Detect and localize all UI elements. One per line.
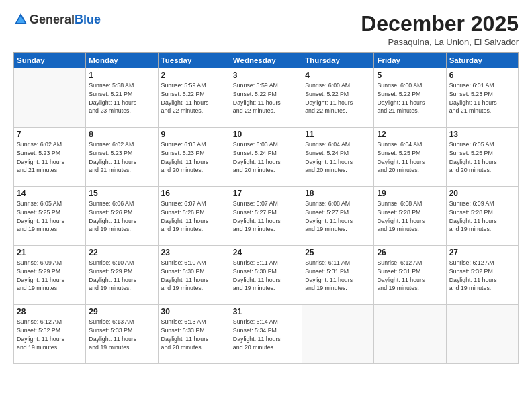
day-info: Sunrise: 6:08 AMSunset: 5:28 PMDaylight:… — [377, 199, 443, 234]
day-info: Sunrise: 6:12 AMSunset: 5:32 PMDaylight:… — [449, 259, 515, 293]
day-number: 30 — [161, 307, 227, 316]
calendar-week-row: 7Sunrise: 6:02 AMSunset: 5:23 PMDaylight… — [14, 128, 519, 187]
table-row: 4Sunrise: 6:00 AMSunset: 5:22 PMDaylight… — [302, 68, 374, 128]
day-info: Sunrise: 5:58 AMSunset: 5:21 PMDaylight:… — [89, 81, 154, 116]
day-info: Sunrise: 6:14 AMSunset: 5:34 PMDaylight:… — [233, 318, 299, 352]
day-info: Sunrise: 6:05 AMSunset: 5:25 PMDaylight:… — [17, 199, 83, 234]
day-info: Sunrise: 6:09 AMSunset: 5:28 PMDaylight:… — [449, 199, 515, 234]
title-block: December 2025 Pasaquina, La Union, El Sa… — [361, 12, 519, 47]
day-info: Sunrise: 6:07 AMSunset: 5:26 PMDaylight:… — [161, 199, 227, 234]
day-number: 12 — [377, 130, 443, 139]
table-row: 28Sunrise: 6:12 AMSunset: 5:32 PMDayligh… — [14, 305, 86, 364]
calendar-table: Sunday Monday Tuesday Wednesday Thursday… — [13, 52, 519, 364]
day-info: Sunrise: 6:04 AMSunset: 5:24 PMDaylight:… — [305, 140, 371, 175]
table-row: 20Sunrise: 6:09 AMSunset: 5:28 PMDayligh… — [446, 187, 518, 246]
day-number: 7 — [17, 130, 83, 139]
day-info: Sunrise: 6:11 AMSunset: 5:31 PMDaylight:… — [305, 259, 371, 293]
day-number: 14 — [17, 189, 83, 198]
day-info: Sunrise: 6:11 AMSunset: 5:30 PMDaylight:… — [233, 259, 299, 293]
day-info: Sunrise: 6:03 AMSunset: 5:24 PMDaylight:… — [233, 140, 299, 175]
day-info: Sunrise: 6:10 AMSunset: 5:29 PMDaylight:… — [89, 259, 154, 293]
day-number: 11 — [305, 130, 371, 139]
table-row: 10Sunrise: 6:03 AMSunset: 5:24 PMDayligh… — [230, 128, 302, 187]
day-info: Sunrise: 5:59 AMSunset: 5:22 PMDaylight:… — [233, 81, 299, 116]
day-info: Sunrise: 6:08 AMSunset: 5:27 PMDaylight:… — [305, 199, 371, 234]
table-row: 14Sunrise: 6:05 AMSunset: 5:25 PMDayligh… — [14, 187, 86, 246]
day-number: 27 — [449, 248, 515, 257]
table-row: 6Sunrise: 6:01 AMSunset: 5:23 PMDaylight… — [446, 68, 518, 128]
table-row: 2Sunrise: 5:59 AMSunset: 5:22 PMDaylight… — [158, 68, 230, 128]
day-info: Sunrise: 6:04 AMSunset: 5:25 PMDaylight:… — [377, 140, 443, 175]
day-number: 1 — [89, 71, 154, 80]
table-row: 13Sunrise: 6:05 AMSunset: 5:25 PMDayligh… — [446, 128, 518, 187]
calendar-week-row: 1Sunrise: 5:58 AMSunset: 5:21 PMDaylight… — [14, 68, 519, 128]
header-wednesday: Wednesday — [230, 53, 302, 68]
table-row: 19Sunrise: 6:08 AMSunset: 5:28 PMDayligh… — [374, 187, 446, 246]
day-info: Sunrise: 6:12 AMSunset: 5:31 PMDaylight:… — [377, 259, 443, 293]
day-info: Sunrise: 6:00 AMSunset: 5:22 PMDaylight:… — [377, 81, 443, 116]
table-row: 30Sunrise: 6:13 AMSunset: 5:33 PMDayligh… — [158, 305, 230, 364]
table-row: 23Sunrise: 6:10 AMSunset: 5:30 PMDayligh… — [158, 246, 230, 305]
day-number: 28 — [17, 307, 83, 316]
header-monday: Monday — [86, 53, 158, 68]
day-number: 25 — [305, 248, 371, 257]
table-row: 7Sunrise: 6:02 AMSunset: 5:23 PMDaylight… — [14, 128, 86, 187]
header-friday: Friday — [374, 53, 446, 68]
calendar-week-row: 14Sunrise: 6:05 AMSunset: 5:25 PMDayligh… — [14, 187, 519, 246]
day-info: Sunrise: 6:12 AMSunset: 5:32 PMDaylight:… — [17, 318, 83, 352]
day-info: Sunrise: 6:07 AMSunset: 5:27 PMDaylight:… — [233, 199, 299, 234]
day-number: 5 — [377, 71, 443, 80]
day-number: 8 — [89, 130, 154, 139]
location: Pasaquina, La Union, El Salvador — [361, 37, 519, 47]
day-info: Sunrise: 6:09 AMSunset: 5:29 PMDaylight:… — [17, 259, 83, 293]
table-row: 15Sunrise: 6:06 AMSunset: 5:26 PMDayligh… — [86, 187, 158, 246]
logo: GeneralBlue — [13, 12, 101, 27]
day-number: 18 — [305, 189, 371, 198]
header-tuesday: Tuesday — [158, 53, 230, 68]
day-info: Sunrise: 6:02 AMSunset: 5:23 PMDaylight:… — [89, 140, 154, 175]
table-row: 9Sunrise: 6:03 AMSunset: 5:23 PMDaylight… — [158, 128, 230, 187]
header-thursday: Thursday — [302, 53, 374, 68]
calendar-week-row: 21Sunrise: 6:09 AMSunset: 5:29 PMDayligh… — [14, 246, 519, 305]
table-row: 24Sunrise: 6:11 AMSunset: 5:30 PMDayligh… — [230, 246, 302, 305]
day-number: 22 — [89, 248, 154, 257]
day-number: 10 — [233, 130, 299, 139]
day-info: Sunrise: 6:13 AMSunset: 5:33 PMDaylight:… — [89, 318, 154, 352]
calendar-header-row: Sunday Monday Tuesday Wednesday Thursday… — [14, 53, 519, 68]
day-number: 19 — [377, 189, 443, 198]
day-number: 16 — [161, 189, 227, 198]
table-row: 27Sunrise: 6:12 AMSunset: 5:32 PMDayligh… — [446, 246, 518, 305]
table-row — [374, 305, 446, 364]
header-sunday: Sunday — [14, 53, 86, 68]
day-info: Sunrise: 6:10 AMSunset: 5:30 PMDaylight:… — [161, 259, 227, 293]
day-number: 9 — [161, 130, 227, 139]
day-number: 13 — [449, 130, 515, 139]
header: GeneralBlue December 2025 Pasaquina, La … — [13, 12, 519, 47]
day-number: 20 — [449, 189, 515, 198]
table-row: 17Sunrise: 6:07 AMSunset: 5:27 PMDayligh… — [230, 187, 302, 246]
logo-general-text: General — [30, 13, 75, 27]
logo-blue-text: Blue — [75, 13, 101, 27]
month-title: December 2025 — [361, 12, 519, 36]
day-info: Sunrise: 6:01 AMSunset: 5:23 PMDaylight:… — [449, 81, 515, 116]
table-row: 25Sunrise: 6:11 AMSunset: 5:31 PMDayligh… — [302, 246, 374, 305]
table-row — [302, 305, 374, 364]
calendar-week-row: 28Sunrise: 6:12 AMSunset: 5:32 PMDayligh… — [14, 305, 519, 364]
day-number: 3 — [233, 71, 299, 80]
page: GeneralBlue December 2025 Pasaquina, La … — [0, 0, 532, 411]
day-info: Sunrise: 6:00 AMSunset: 5:22 PMDaylight:… — [305, 81, 371, 116]
day-info: Sunrise: 6:06 AMSunset: 5:26 PMDaylight:… — [89, 199, 154, 234]
table-row: 31Sunrise: 6:14 AMSunset: 5:34 PMDayligh… — [230, 305, 302, 364]
table-row: 12Sunrise: 6:04 AMSunset: 5:25 PMDayligh… — [374, 128, 446, 187]
table-row: 18Sunrise: 6:08 AMSunset: 5:27 PMDayligh… — [302, 187, 374, 246]
table-row: 3Sunrise: 5:59 AMSunset: 5:22 PMDaylight… — [230, 68, 302, 128]
day-number: 4 — [305, 71, 371, 80]
day-number: 6 — [449, 71, 515, 80]
header-saturday: Saturday — [446, 53, 518, 68]
table-row: 16Sunrise: 6:07 AMSunset: 5:26 PMDayligh… — [158, 187, 230, 246]
logo-icon — [13, 12, 28, 27]
day-info: Sunrise: 5:59 AMSunset: 5:22 PMDaylight:… — [161, 81, 227, 116]
day-number: 23 — [161, 248, 227, 257]
day-info: Sunrise: 6:02 AMSunset: 5:23 PMDaylight:… — [17, 140, 83, 175]
day-number: 17 — [233, 189, 299, 198]
